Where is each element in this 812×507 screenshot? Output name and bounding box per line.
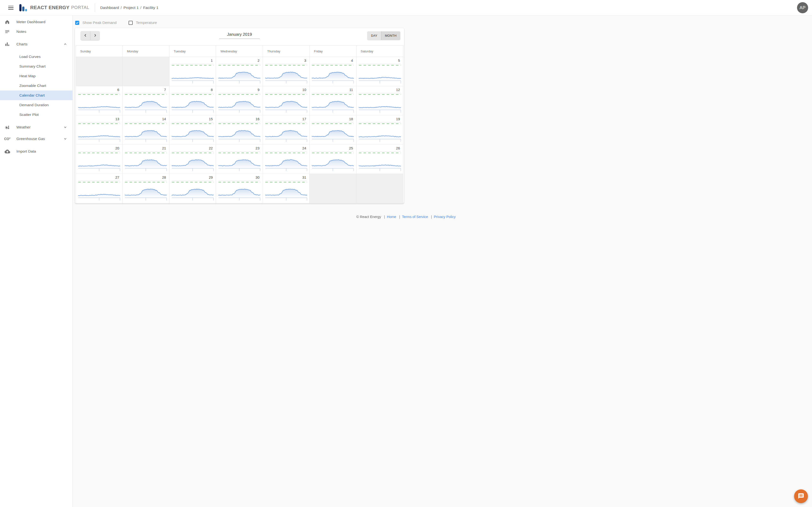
day-number: 7 [164,88,166,92]
sidebar-item-charts[interactable]: Charts [0,39,72,49]
calendar-day-cell[interactable]: 10 [263,86,310,115]
calendar-day-cell[interactable]: 25 [310,145,356,174]
sidebar-item-summary-chart[interactable]: Summary Chart [0,62,72,71]
calendar-day-cell[interactable]: 15 [169,115,216,145]
copyright-text: © React Energy [356,215,382,219]
weather-icon [4,125,10,130]
load-curve-area [125,130,166,139]
load-curve-chart [356,57,403,86]
month-nav-group [81,31,100,40]
calendar-day-cell[interactable]: 28 [122,174,169,203]
calendar-day-cell[interactable]: 23 [216,145,263,174]
sidebar-item-zoomable-chart[interactable]: Zoomable Chart [0,81,72,91]
calendar-day-cell[interactable]: 26 [356,145,403,174]
sidebar-item-heat-map[interactable]: Heat Map [0,71,72,81]
month-input[interactable]: January 2019 [219,32,260,39]
calendar-day-cell[interactable]: 21 [122,145,169,174]
sidebar-item-weather[interactable]: Weather [0,122,72,132]
load-curve-area [312,130,354,139]
footer-link-terms[interactable]: Terms of Service [402,215,406,219]
breadcrumb: Dashboard/Project 1/Facility 1 [100,6,158,10]
calendar-day-cell[interactable]: 19 [356,115,403,145]
footer-link-home[interactable]: Home [387,215,396,219]
day-number: 21 [162,146,166,150]
sidebar-item-import-data[interactable]: Import Data [0,147,72,156]
sidebar-item-demand-duration[interactable]: Demand Duration [0,100,72,110]
day-number: 5 [398,59,400,62]
calendar-day-cell[interactable]: 31 [263,174,310,203]
sidebar-item-meter-dashboard[interactable]: Meter Dashboard [0,17,72,27]
calendar-day-cell[interactable]: 29 [169,174,216,203]
calendar-day-cell[interactable]: 2 [216,57,263,86]
load-curve-area [218,72,260,80]
calendar-day-cell[interactable]: 17 [263,115,310,145]
sidebar: Meter Dashboard Notes Charts Load Curves… [0,15,73,253]
calendar-chart-card: January 2019 DAY MONTH Sunday Monday Tue… [75,28,404,204]
bar-chart-icon [4,42,10,47]
weekday-header-tuesday: Tuesday [169,46,216,57]
sidebar-item-greenhouse-gas[interactable]: CO2 Greenhouse Gas [0,134,72,144]
calendar-day-cell[interactable]: 5 [356,57,403,86]
calendar-day-cell[interactable]: 1 [169,57,216,86]
calendar-day-cell[interactable]: 9 [216,86,263,115]
calendar-day-cell[interactable]: 13 [76,115,122,145]
brand-name: REACT ENERGY [30,5,69,10]
load-curve-area [312,72,354,80]
load-curve-area [125,101,166,110]
previous-month-button[interactable] [81,31,90,40]
chevron-up-icon [63,42,67,46]
calendar-day-cell[interactable]: 7 [122,86,169,115]
day-number: 13 [115,117,119,121]
sidebar-item-calendar-chart[interactable]: Calendar Chart [0,91,72,100]
day-view-button[interactable]: DAY [367,32,381,40]
calendar-day-cell[interactable]: 11 [310,86,356,115]
sidebar-item-scatter-plot[interactable]: Scatter Plot [0,110,72,119]
breadcrumb-item-facility[interactable]: Facility 1 [143,6,158,10]
calendar-day-cell[interactable]: 30 [216,174,263,203]
calendar-grid: Sunday Monday Tuesday Wednesday Thursday… [75,45,403,203]
load-curve-chart [169,86,216,115]
calendar-day-cell[interactable]: 8 [169,86,216,115]
calendar-day-cell[interactable]: 24 [263,145,310,174]
temperature-checkbox[interactable] [129,21,133,25]
day-number: 2 [258,59,260,62]
day-number: 20 [115,146,119,150]
calendar-day-cell[interactable]: 20 [76,145,122,174]
sidebar-item-notes[interactable]: Notes [0,27,72,37]
calendar-empty-cell [122,57,169,86]
calendar-day-cell[interactable]: 16 [216,115,263,145]
day-number: 19 [396,117,400,121]
calendar-day-cell[interactable]: 6 [76,86,122,115]
calendar-day-cell[interactable]: 14 [122,115,169,145]
next-month-button[interactable] [90,31,100,40]
load-curve-area [172,101,213,110]
day-number: 27 [115,175,119,179]
calendar-day-cell[interactable]: 3 [263,57,310,86]
sidebar-item-load-curves[interactable]: Load Curves [0,52,72,62]
calendar-day-cell[interactable]: 4 [310,57,356,86]
show-peak-demand-checkbox[interactable] [75,21,79,25]
load-curve-area [312,101,354,110]
load-curve-area [265,160,307,168]
menu-icon[interactable] [8,6,13,10]
load-curve-chart [76,86,122,115]
day-number: 30 [256,175,260,179]
day-number: 22 [209,146,213,150]
calendar-day-cell[interactable]: 12 [356,86,403,115]
load-curve-area [218,189,260,198]
calendar-weekday-header: Sunday Monday Tuesday Wednesday Thursday… [76,46,403,57]
breadcrumb-item-dashboard[interactable]: Dashboard [100,6,119,10]
show-peak-demand-control: Show Peak Demand [75,20,116,25]
calendar-day-cell[interactable]: 27 [76,174,122,203]
day-number: 3 [304,59,306,62]
breadcrumb-item-project[interactable]: Project 1 [123,6,139,10]
day-number: 23 [256,146,260,150]
chevron-right-icon [93,34,97,38]
weekday-header-wednesday: Wednesday [216,46,263,57]
day-number: 15 [209,117,213,121]
month-view-button[interactable]: MONTH [381,32,400,40]
load-curve-chart [169,57,216,86]
load-curve-area [218,160,260,168]
calendar-day-cell[interactable]: 22 [169,145,216,174]
calendar-day-cell[interactable]: 18 [310,115,356,145]
